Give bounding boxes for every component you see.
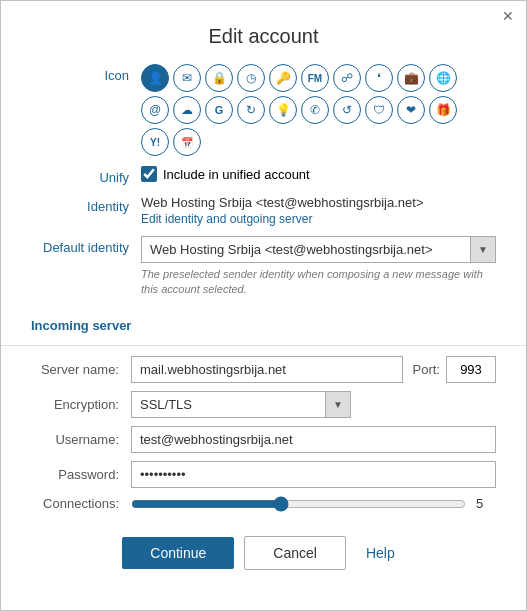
unify-row: Unify Include in unified account (31, 166, 496, 185)
identity-content: Web Hosting Srbija <test@webhostingsrbij… (141, 195, 496, 226)
connections-slider-row: 5 (131, 496, 496, 512)
icon-yahoo[interactable]: Y! (141, 128, 169, 156)
server-name-label: Server name: (31, 362, 131, 377)
icon-briefcase[interactable]: 💼 (397, 64, 425, 92)
icon-at[interactable]: @ (141, 96, 169, 124)
icon-gift[interactable]: 🎁 (429, 96, 457, 124)
close-button[interactable]: ✕ (498, 7, 518, 25)
encryption-row: Encryption: SSL/TLS STARTTLS None ▼ (31, 391, 496, 418)
default-identity-row: Default identity Web Hosting Srbija <tes… (31, 236, 496, 298)
icon-heart[interactable]: ❤ (397, 96, 425, 124)
incoming-server-heading: Incoming server (1, 308, 526, 341)
icon-clipboard[interactable]: ☍ (333, 64, 361, 92)
icon-circle-g[interactable]: G (205, 96, 233, 124)
icon-lock[interactable]: 🔒 (205, 64, 233, 92)
icon-bulb[interactable]: 💡 (269, 96, 297, 124)
footer: Continue Cancel Help (1, 520, 526, 580)
unify-checkbox-label: Include in unified account (163, 167, 310, 182)
server-name-row: Server name: Port: (31, 356, 496, 383)
icon-cloud[interactable]: ☁ (173, 96, 201, 124)
encryption-select-container: SSL/TLS STARTTLS None ▼ (131, 391, 351, 418)
unify-checkbox-row: Include in unified account (141, 166, 496, 182)
identity-main-text: Web Hosting Srbija <test@webhostingsrbij… (141, 195, 496, 210)
encryption-select-wrapper: SSL/TLS STARTTLS None ▼ (131, 391, 351, 418)
default-identity-select-wrapper: Web Hosting Srbija <test@webhostingsrbij… (141, 236, 496, 263)
icon-grid-container: 👤 ✉ 🔒 ◷ 🔑 FM ☍ ❛ 💼 🌐 @ ☁ (141, 64, 496, 156)
icon-clock[interactable]: ◷ (237, 64, 265, 92)
help-button[interactable]: Help (356, 537, 405, 569)
server-name-input[interactable] (131, 356, 403, 383)
port-group: Port: (413, 356, 496, 383)
username-input[interactable] (131, 426, 496, 453)
icon-email[interactable]: ✉ (173, 64, 201, 92)
identity-row: Identity Web Hosting Srbija <test@webhos… (31, 195, 496, 226)
edit-account-dialog: ✕ Edit account Icon 👤 ✉ 🔒 ◷ 🔑 FM ☍ (0, 0, 527, 611)
default-identity-hint: The preselected sender identity when com… (141, 267, 496, 298)
unify-content: Include in unified account (141, 166, 496, 182)
username-row: Username: (31, 426, 496, 453)
icon-row-1: 👤 ✉ 🔒 ◷ 🔑 FM ☍ ❛ 💼 🌐 (141, 64, 496, 92)
icon-radio[interactable]: FM (301, 64, 329, 92)
connections-slider[interactable] (131, 496, 466, 512)
icon-person[interactable]: 👤 (141, 64, 169, 92)
icon-row-3: Y! 📅 (141, 128, 496, 156)
dialog-title: Edit account (1, 25, 526, 48)
unify-label: Unify (31, 166, 141, 185)
username-label: Username: (31, 432, 131, 447)
icon-sync[interactable]: ↺ (333, 96, 361, 124)
icon-row-2: @ ☁ G ↻ 💡 ✆ ↺ 🛡 ❤ 🎁 (141, 96, 496, 124)
icon-quote[interactable]: ❛ (365, 64, 393, 92)
port-label: Port: (413, 362, 440, 377)
connections-row: Connections: 5 (31, 496, 496, 512)
icon-globe[interactable]: 🌐 (429, 64, 457, 92)
icon-key[interactable]: 🔑 (269, 64, 297, 92)
password-label: Password: (31, 467, 131, 482)
icon-refresh[interactable]: ↻ (237, 96, 265, 124)
encryption-label: Encryption: (31, 397, 131, 412)
connections-value: 5 (476, 496, 496, 511)
default-identity-label: Default identity (31, 236, 141, 255)
title-bar: ✕ (1, 1, 526, 25)
continue-button[interactable]: Continue (122, 537, 234, 569)
icon-grid: 👤 ✉ 🔒 ◷ 🔑 FM ☍ ❛ 💼 🌐 @ ☁ (141, 64, 496, 156)
icon-label: Icon (31, 64, 141, 83)
identity-label: Identity (31, 195, 141, 214)
icon-calendar[interactable]: 📅 (173, 128, 201, 156)
connections-label: Connections: (31, 496, 131, 511)
encryption-select[interactable]: SSL/TLS STARTTLS None (131, 391, 351, 418)
password-row: Password: (31, 461, 496, 488)
default-identity-select[interactable]: Web Hosting Srbija <test@webhostingsrbij… (141, 236, 496, 263)
icon-shield[interactable]: 🛡 (365, 96, 393, 124)
unify-checkbox[interactable] (141, 166, 157, 182)
icon-phone[interactable]: ✆ (301, 96, 329, 124)
cancel-button[interactable]: Cancel (244, 536, 346, 570)
password-input[interactable] (131, 461, 496, 488)
edit-identity-link[interactable]: Edit identity and outgoing server (141, 212, 496, 226)
default-identity-content: Web Hosting Srbija <test@webhostingsrbij… (141, 236, 496, 298)
port-input[interactable] (446, 356, 496, 383)
icon-row: Icon 👤 ✉ 🔒 ◷ 🔑 FM ☍ ❛ 💼 🌐 (31, 64, 496, 156)
